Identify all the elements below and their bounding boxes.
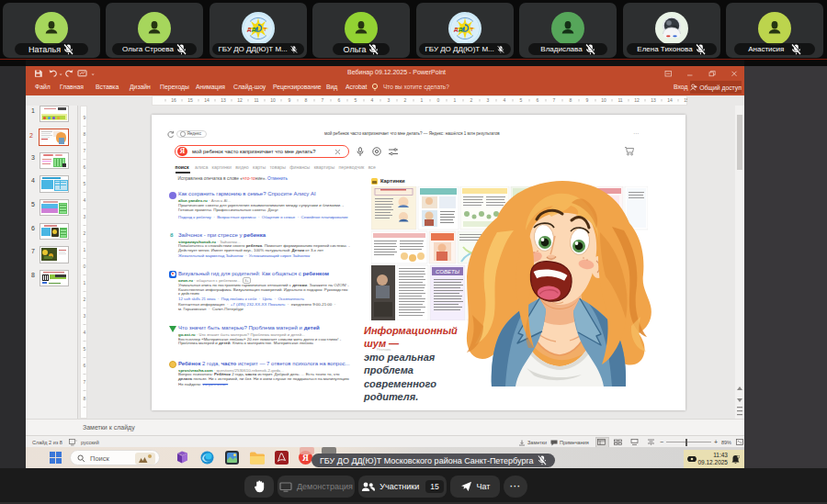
svg-text:5: 5 — [355, 97, 357, 103]
svg-text:4: 4 — [371, 97, 374, 103]
svg-text:8: 8 — [305, 97, 308, 103]
svg-text:1: 1 — [84, 280, 86, 286]
svg-text:1: 1 — [421, 97, 424, 103]
svg-text:2: 2 — [404, 97, 407, 103]
svg-text:12: 12 — [237, 97, 243, 103]
svg-text:0: 0 — [84, 263, 86, 269]
svg-text:5: 5 — [520, 97, 523, 103]
svg-text:8: 8 — [84, 131, 86, 137]
svg-text:14: 14 — [204, 97, 210, 103]
svg-text:3: 3 — [84, 214, 86, 219]
svg-text:4: 4 — [84, 330, 86, 335]
svg-text:14: 14 — [667, 97, 673, 103]
svg-text:3: 3 — [388, 97, 391, 103]
svg-text:5: 5 — [84, 346, 86, 352]
svg-text:13: 13 — [221, 97, 226, 103]
svg-text:12: 12 — [634, 97, 640, 103]
svg-text:5: 5 — [84, 181, 86, 186]
svg-text:8: 8 — [84, 396, 86, 401]
svg-text:10: 10 — [270, 97, 276, 103]
svg-text:Я: Я — [302, 454, 309, 463]
svg-text:1: 1 — [454, 97, 457, 103]
svg-text:7: 7 — [322, 97, 324, 103]
svg-text:16: 16 — [171, 97, 176, 103]
svg-text:2: 2 — [84, 230, 86, 236]
svg-text:3: 3 — [84, 313, 86, 319]
svg-text:10: 10 — [601, 97, 606, 103]
svg-text:6: 6 — [338, 97, 341, 103]
svg-text:6: 6 — [84, 164, 86, 170]
svg-text:6: 6 — [84, 363, 86, 368]
svg-text:13: 13 — [651, 97, 656, 103]
svg-text:9: 9 — [586, 97, 589, 103]
svg-text:0: 0 — [437, 97, 440, 103]
svg-text:11: 11 — [254, 97, 258, 103]
svg-text:11: 11 — [617, 97, 622, 103]
svg-text:7: 7 — [553, 97, 556, 103]
svg-text:3: 3 — [487, 97, 490, 103]
svg-text:1: 1 — [84, 247, 86, 252]
svg-text:СОВЕТЫ: СОВЕТЫ — [436, 269, 460, 274]
svg-text:9: 9 — [84, 115, 86, 120]
svg-text:6: 6 — [537, 97, 539, 103]
svg-text:9: 9 — [289, 97, 291, 103]
svg-text:15: 15 — [187, 97, 193, 103]
svg-text:4: 4 — [84, 197, 86, 203]
svg-text:4: 4 — [504, 97, 506, 103]
svg-text:2: 2 — [84, 297, 86, 302]
svg-text:15: 15 — [684, 97, 687, 103]
svg-text:7: 7 — [84, 379, 86, 385]
svg-text:7: 7 — [84, 148, 86, 153]
svg-text:8: 8 — [570, 97, 572, 103]
svg-text:2: 2 — [470, 97, 473, 103]
